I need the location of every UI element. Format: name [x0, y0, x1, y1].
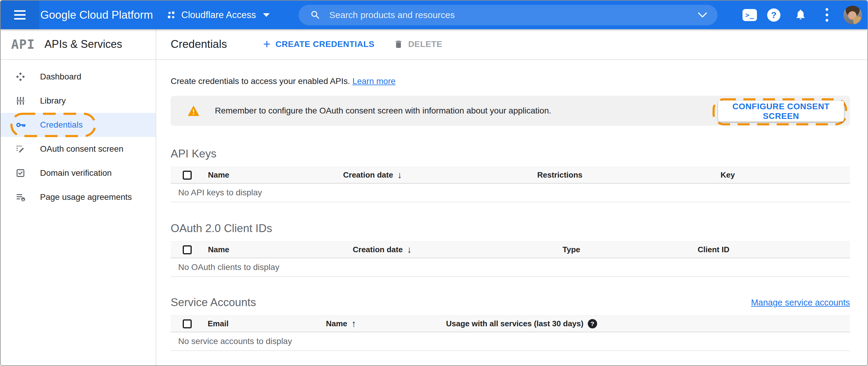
sidebar-item-label: Dashboard	[40, 72, 81, 82]
sidebar-item-credentials[interactable]: Credentials	[1, 113, 156, 137]
section-title-api-keys: API Keys	[170, 148, 850, 160]
column-header-usage[interactable]: Usage with all services (last 30 days)?	[446, 319, 850, 328]
search-icon	[310, 10, 321, 21]
search-input[interactable]	[329, 10, 698, 20]
help-button[interactable]: ?	[762, 1, 786, 29]
page-content: Create credentials to access your enable…	[156, 60, 867, 365]
empty-state-api-keys: No API keys to display	[170, 184, 850, 202]
trash-icon	[394, 39, 403, 49]
search-chevron-down-icon[interactable]	[698, 12, 707, 18]
column-header-client-id[interactable]: Client ID	[698, 245, 850, 254]
sidebar-nav: Dashboard Library Credentials	[1, 60, 156, 209]
column-header-creation-date[interactable]: Creation date↓	[353, 245, 562, 254]
sidebar-item-page-usage-agreements[interactable]: Page usage agreements	[1, 185, 156, 209]
section-service-accounts: Service Accounts Manage service accounts…	[170, 296, 850, 351]
body: API APIs & Services Dashboard Library	[1, 29, 867, 365]
table-header-row: Email Name↑ Usage with all services (las…	[170, 315, 850, 332]
column-header-creation-date[interactable]: Creation date↓	[343, 170, 537, 180]
cloud-shell-button[interactable]: >_	[738, 1, 762, 29]
sidebar-item-label: Domain verification	[40, 168, 112, 178]
gcp-console-window: Google Cloud Platform Cloudflare Access …	[0, 0, 868, 366]
app-bar: Google Cloud Platform Cloudflare Access …	[1, 1, 867, 29]
service-accounts-table: Email Name↑ Usage with all services (las…	[170, 315, 850, 351]
page-usage-agreements-icon	[15, 192, 26, 202]
empty-state-oauth-clients: No OAuth clients to display	[170, 258, 850, 277]
dashboard-icon	[15, 72, 26, 82]
key-icon	[15, 120, 26, 130]
column-header-key[interactable]: Key	[720, 170, 850, 180]
hamburger-icon	[14, 10, 26, 20]
section-oauth-clients: OAuth 2.0 Client IDs Name Creation date↓…	[170, 222, 850, 277]
sidebar-item-library[interactable]: Library	[1, 89, 156, 113]
chevron-down-icon	[262, 13, 270, 18]
column-header-email[interactable]: Email	[208, 319, 326, 328]
section-title-service-accounts: Service Accounts	[170, 296, 256, 309]
page-action-bar: Credentials + CREATE CREDENTIALS DELETE	[156, 29, 867, 60]
sidebar-item-oauth-consent-screen[interactable]: OAuth consent screen	[1, 137, 156, 161]
select-all-checkbox[interactable]	[183, 171, 192, 180]
create-credentials-button[interactable]: + CREATE CREDENTIALS	[263, 38, 374, 51]
empty-state-service-accounts: No service accounts to display	[170, 332, 850, 351]
section-title-oauth-clients: OAuth 2.0 Client IDs	[170, 222, 850, 235]
bell-icon	[795, 8, 807, 21]
account-button[interactable]	[838, 1, 867, 29]
column-header-name[interactable]: Name↑	[326, 319, 446, 328]
delete-button[interactable]: DELETE	[394, 39, 442, 49]
description-text: Create credentials to access your enable…	[170, 77, 350, 86]
main-panel: Credentials + CREATE CREDENTIALS DELETE …	[156, 29, 867, 365]
sidebar-item-label: Credentials	[40, 120, 83, 130]
sidebar-title: APIs & Services	[44, 38, 122, 51]
product-logo[interactable]: Google Cloud Platform	[40, 9, 153, 21]
select-all-checkbox[interactable]	[183, 245, 192, 254]
domain-verification-icon	[15, 168, 26, 178]
consent-screen-icon	[15, 144, 26, 154]
search-bar[interactable]	[299, 5, 717, 25]
sidebar-item-label: OAuth consent screen	[40, 144, 123, 154]
kebab-menu-icon	[826, 8, 828, 22]
sidebar: API APIs & Services Dashboard Library	[1, 29, 156, 365]
project-grid-icon	[166, 10, 176, 20]
column-header-restrictions[interactable]: Restrictions	[537, 170, 720, 180]
sidebar-item-label: Library	[40, 96, 66, 105]
column-header-type[interactable]: Type	[562, 245, 698, 254]
menu-button[interactable]	[1, 1, 39, 29]
appbar-actions: >_ ?	[738, 1, 867, 29]
manage-service-accounts-link[interactable]: Manage service accounts	[751, 298, 850, 308]
library-icon	[15, 96, 26, 106]
column-header-name[interactable]: Name	[208, 170, 343, 180]
oauth-clients-table: Name Creation date↓ Type Client ID No OA…	[170, 241, 850, 277]
create-credentials-label: CREATE CREDENTIALS	[275, 39, 374, 49]
api-keys-table: Name Creation date↓ Restrictions Key No …	[170, 167, 850, 202]
table-header-row: Name Creation date↓ Restrictions Key	[170, 167, 850, 184]
notifications-button[interactable]	[786, 1, 815, 29]
column-header-name[interactable]: Name	[208, 245, 353, 254]
sort-descending-icon: ↓	[407, 245, 412, 254]
configure-consent-screen-button[interactable]: CONFIGURE CONSENT SCREEN	[718, 101, 844, 122]
select-all-checkbox[interactable]	[183, 319, 192, 328]
consent-warning-banner: Remember to configure the OAuth consent …	[170, 96, 850, 126]
project-selector[interactable]: Cloudflare Access	[166, 10, 270, 21]
usage-help-icon[interactable]: ?	[588, 319, 597, 328]
page-title: Credentials	[170, 38, 227, 51]
help-icon: ?	[767, 8, 780, 22]
sort-ascending-icon: ↑	[351, 319, 356, 328]
project-name: Cloudflare Access	[181, 10, 256, 21]
more-options-button[interactable]	[815, 1, 838, 29]
learn-more-link[interactable]: Learn more	[352, 77, 396, 86]
section-api-keys: API Keys Name Creation date↓ Restriction…	[170, 148, 850, 202]
sidebar-item-domain-verification[interactable]: Domain verification	[1, 161, 156, 185]
table-header-row: Name Creation date↓ Type Client ID	[170, 241, 850, 258]
plus-icon: +	[263, 38, 271, 51]
sidebar-item-label: Page usage agreements	[40, 192, 132, 202]
sidebar-header: API APIs & Services	[1, 29, 156, 60]
delete-label: DELETE	[408, 39, 442, 49]
terminal-icon: >_	[743, 9, 757, 21]
sort-descending-icon: ↓	[397, 170, 402, 180]
warning-message: Remember to configure the OAuth consent …	[215, 106, 696, 116]
api-logo: API	[11, 37, 35, 52]
sidebar-item-dashboard[interactable]: Dashboard	[1, 65, 156, 89]
avatar	[843, 6, 862, 24]
warning-icon	[187, 105, 200, 117]
page-description: Create credentials to access your enable…	[170, 77, 850, 86]
